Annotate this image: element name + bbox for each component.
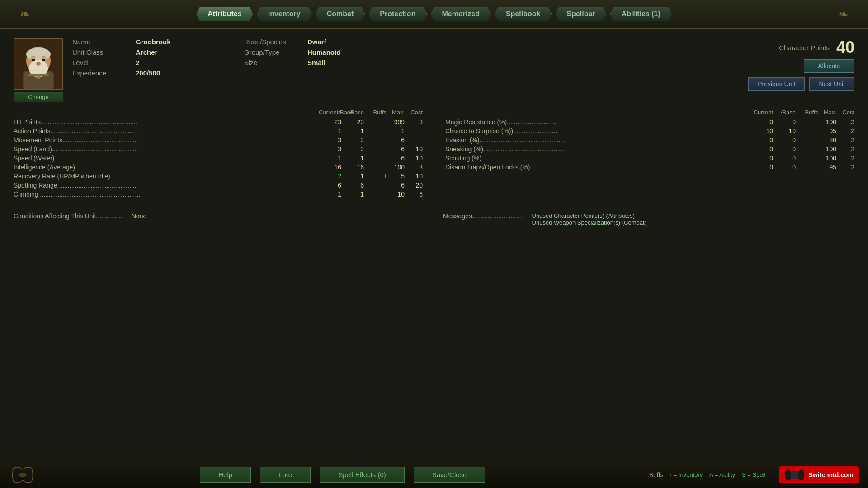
right-stat-row-0: Magic Resistance (%)....................… <box>445 117 854 127</box>
tab-protection[interactable]: Protection <box>368 7 427 21</box>
character-header-left: Change Name Groobrouk Unit Class Archer … <box>14 38 389 102</box>
portrait-container: Change <box>14 38 63 102</box>
left-base-header: /Base <box>341 109 364 116</box>
tab-combat[interactable]: Combat <box>316 7 365 21</box>
svg-point-6 <box>42 58 46 61</box>
right-stat-row-5: Disarm Traps/Open Locks (%).............… <box>445 163 854 172</box>
right-stat-row-2: Evasion (%).............................… <box>445 136 854 145</box>
left-stat-row-6: Recovery Rate (HP/MP when Idle)....... 2… <box>14 172 423 181</box>
conditions-label: Conditions Affecting This Unit..........… <box>14 212 123 226</box>
tab-spellbar[interactable]: Spellbar <box>555 7 606 21</box>
name-value: Groobrouk <box>136 38 217 46</box>
experience-label: Experience <box>72 69 136 77</box>
left-stat-row-4: Speed (Water)...........................… <box>14 154 423 163</box>
svg-point-3 <box>26 47 51 61</box>
left-stat-row-1: Action Points...........................… <box>14 127 423 136</box>
left-current-header: Current/Base <box>319 109 341 116</box>
right-stat-name-header <box>445 109 750 116</box>
svg-rect-12 <box>798 469 804 480</box>
help-button[interactable]: Help <box>200 467 251 483</box>
svg-point-7 <box>36 62 41 66</box>
svg-point-9 <box>36 75 41 79</box>
left-max-header: Max. <box>387 109 405 116</box>
svg-point-5 <box>32 58 35 61</box>
svg-rect-11 <box>785 469 791 480</box>
footer-logo <box>9 466 36 484</box>
buffs-label: Buffs <box>649 471 664 479</box>
footer-logo-icon <box>9 466 34 484</box>
left-stat-row-2: Movement Points.........................… <box>14 136 423 145</box>
left-stats-table: Current/Base /Base Buffs Max. Cost Hit P… <box>14 109 423 199</box>
switch-logo-icon <box>784 469 805 481</box>
tab-inventory[interactable]: Inventory <box>257 7 312 21</box>
name-label: Name <box>72 38 136 46</box>
right-stat-row-3: Sneaking (%)............................… <box>445 145 854 154</box>
legend-inventory: I = Inventory <box>670 471 703 478</box>
nintendo-switch-badge: Switchntd.com <box>779 466 859 483</box>
spell-effects-button[interactable]: Spell Effects (0) <box>320 467 405 483</box>
left-stat-name-header <box>14 109 319 116</box>
right-max-header: Max. <box>818 109 836 116</box>
race-info: Race/Species Dwarf Group/Type Humanoid S… <box>226 38 389 102</box>
tab-attributes[interactable]: Attributes <box>196 7 253 21</box>
info-grid: Name Groobrouk Unit Class Archer Level 2… <box>72 38 217 77</box>
allocate-button[interactable]: Allocate <box>804 59 854 73</box>
tab-abilities[interactable]: Abilities (1) <box>610 7 672 21</box>
level-value: 2 <box>136 59 217 66</box>
right-base-header: /Base <box>773 109 796 116</box>
buffs-legend-items: I = Inventory A = Ability S = Spell <box>670 471 765 478</box>
unit-class-label: Unit Class <box>72 48 136 56</box>
right-buffs-header: Buffs <box>796 109 818 116</box>
race-value: Dwarf <box>307 38 389 46</box>
character-info: Name Groobrouk Unit Class Archer Level 2… <box>72 38 217 102</box>
previous-unit-button[interactable]: Previous Unit <box>748 77 805 91</box>
logo-right: ❧ <box>823 3 863 25</box>
tab-spellbook[interactable]: Spellbook <box>495 7 552 21</box>
unit-navigation-buttons: Previous Unit Next Unit <box>748 77 854 91</box>
left-stat-row-3: Speed (Land)............................… <box>14 145 423 154</box>
unit-class-value: Archer <box>136 48 217 56</box>
lore-button[interactable]: Lore <box>260 467 311 483</box>
svg-rect-14 <box>791 471 798 479</box>
buffs-legend: Buffs I = Inventory A = Ability S = Spel… <box>649 471 766 479</box>
legend-ability: A = Ability <box>709 471 735 478</box>
message-line-1: Unused Weapon Specialization(s) (Combat) <box>532 219 646 226</box>
left-buffs-header: Buffs <box>364 109 387 116</box>
char-points-label: Character Points <box>779 44 830 52</box>
top-navigation: ❧ Attributes Inventory Combat Protection… <box>0 0 868 29</box>
messages-content: Unused Character Points(s) (Attributes) … <box>532 212 646 226</box>
main-content: Change Name Groobrouk Unit Class Archer … <box>0 29 868 461</box>
character-portrait <box>14 38 63 90</box>
right-stat-row-4: Scouting (%)............................… <box>445 154 854 163</box>
tab-memorized[interactable]: Memorized <box>430 7 491 21</box>
conditions-value: None <box>132 212 146 226</box>
messages-section: Messages............................. Un… <box>443 212 854 226</box>
change-button[interactable]: Change <box>14 92 63 102</box>
left-cost-header: Cost <box>405 109 423 116</box>
next-unit-button[interactable]: Next Unit <box>809 77 854 91</box>
size-label: Size <box>244 59 307 66</box>
messages-label: Messages............................. <box>443 212 523 226</box>
ornament-left-icon: ❧ <box>20 7 30 22</box>
character-header: Change Name Groobrouk Unit Class Archer … <box>14 38 854 102</box>
left-stat-row-0: Hit Points..............................… <box>14 117 423 127</box>
right-cost-header: Cost <box>836 109 854 116</box>
logo-left: ❧ <box>5 3 45 25</box>
left-stat-row-5: Intelligence (Average)..................… <box>14 163 423 172</box>
level-label: Level <box>72 59 136 66</box>
right-stat-row-1: Chance to Surprise (%)).................… <box>445 127 854 136</box>
group-label: Group/Type <box>244 48 307 56</box>
race-grid: Race/Species Dwarf Group/Type Humanoid S… <box>244 38 389 66</box>
save-close-button[interactable]: Save/Close <box>414 467 486 483</box>
navigation-tabs: Attributes Inventory Combat Protection M… <box>45 7 823 21</box>
size-value: Small <box>307 59 389 66</box>
experience-value: 200/500 <box>136 69 217 77</box>
ornament-right-icon: ❧ <box>838 7 849 22</box>
right-panel: Character Points 40 Allocate Previous Un… <box>748 38 854 102</box>
race-label: Race/Species <box>244 38 307 46</box>
right-stats-table: Current /Base Buffs Max. Cost Magic Resi… <box>445 109 854 199</box>
bottom-status: Conditions Affecting This Unit..........… <box>14 212 854 226</box>
footer: Help Lore Spell Effects (0) Save/Close B… <box>0 461 868 488</box>
left-stat-row-8: Climbing................................… <box>14 190 423 199</box>
conditions-section: Conditions Affecting This Unit..........… <box>14 212 425 226</box>
